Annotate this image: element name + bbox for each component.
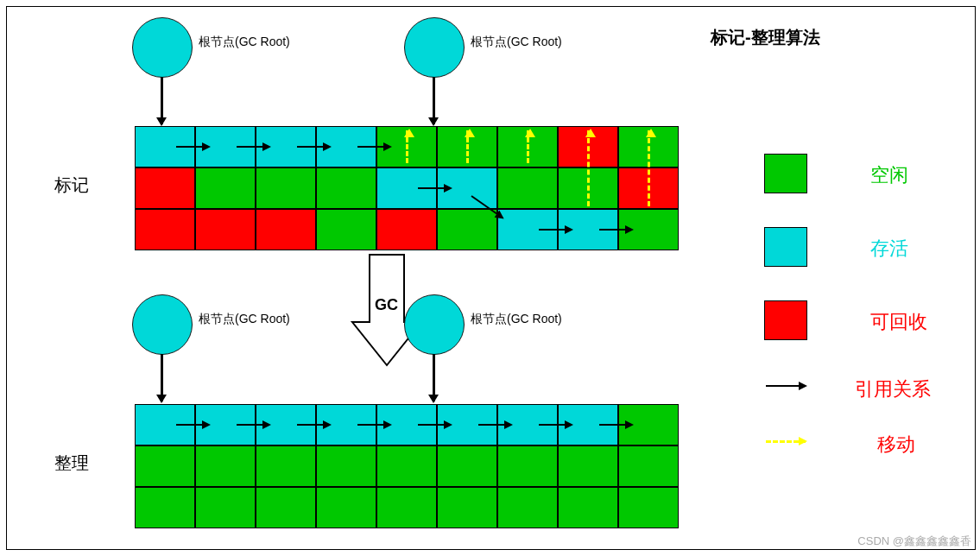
memory-cell (256, 445, 316, 487)
memory-cell (437, 487, 497, 528)
memory-cell (316, 487, 376, 528)
memory-cell (135, 487, 195, 528)
move-arrow (406, 130, 408, 163)
reference-arrow (297, 424, 330, 426)
reference-arrow (418, 424, 451, 426)
reference-arrow (599, 424, 632, 426)
memory-cell (376, 445, 437, 487)
memory-cell (437, 209, 497, 250)
legend-swatch-alive (764, 227, 807, 267)
reference-arrow (539, 424, 572, 426)
memory-cell (376, 209, 437, 250)
memory-cell (135, 445, 195, 487)
move-arrow (466, 130, 469, 163)
legend-swatch-free (764, 154, 807, 193)
reference-arrow (297, 146, 330, 148)
legend-swatch-recycle (764, 300, 807, 340)
reference-arrow (539, 229, 572, 231)
legend-label-free: 空闲 (870, 162, 908, 188)
gc-label: GC (375, 296, 398, 314)
memory-cell (316, 167, 376, 209)
legend-label-move: 移动 (877, 432, 915, 458)
memory-cell (497, 167, 558, 209)
memory-cell (376, 487, 437, 528)
move-arrow (648, 130, 650, 206)
reference-arrow (237, 424, 269, 426)
legend-label-alive: 存活 (870, 236, 908, 262)
memory-cell (316, 445, 376, 487)
memory-cell (256, 487, 316, 528)
root-reference-arrow (433, 354, 435, 401)
gc-root-label: 根节点(GC Root) (199, 312, 290, 327)
move-arrow (527, 130, 529, 163)
gc-root-circle (404, 294, 465, 355)
legend-label-reference: 引用关系 (855, 376, 931, 402)
move-arrow (587, 130, 590, 206)
memory-cell (437, 445, 497, 487)
diagram-container: 标记-整理算法 根节点(GC Root) 根节点(GC Root) 标记 (6, 6, 976, 550)
memory-cell (195, 487, 256, 528)
memory-cell (497, 445, 558, 487)
reference-arrow (176, 146, 209, 148)
phase-label-mark: 标记 (54, 174, 89, 197)
reference-arrow (357, 146, 390, 148)
gc-root-circle (132, 294, 193, 355)
memory-cell (195, 167, 256, 209)
gc-root-label: 根节点(GC Root) (471, 35, 562, 50)
root-reference-arrow (433, 77, 435, 124)
memory-cell (135, 167, 195, 209)
memory-cell (195, 209, 256, 250)
memory-cell (256, 167, 316, 209)
root-reference-arrow (161, 77, 163, 124)
memory-cell (135, 209, 195, 250)
reference-arrow (599, 229, 632, 231)
legend-label-recycle: 可回收 (870, 309, 927, 335)
gc-root-label: 根节点(GC Root) (199, 35, 290, 50)
memory-cell (618, 445, 679, 487)
reference-arrow (418, 187, 451, 189)
gc-root-label: 根节点(GC Root) (471, 312, 562, 327)
memory-cell (316, 209, 376, 250)
memory-cell (497, 487, 558, 528)
memory-cell (558, 445, 618, 487)
watermark: CSDN @鑫鑫鑫鑫鑫香 (857, 534, 971, 549)
reference-arrow (237, 146, 269, 148)
reference-arrow (176, 424, 209, 426)
reference-arrow (357, 424, 390, 426)
gc-root-circle (404, 17, 465, 78)
memory-cell (618, 487, 679, 528)
root-reference-arrow (161, 354, 163, 401)
legend-reference-arrow-icon (766, 385, 806, 387)
memory-cell (195, 445, 256, 487)
phase-label-compact: 整理 (54, 452, 89, 475)
legend-move-arrow-icon (766, 440, 806, 443)
memory-cell (256, 209, 316, 250)
gc-root-circle (132, 17, 193, 78)
reference-arrow (478, 424, 511, 426)
diagram-title: 标记-整理算法 (711, 26, 820, 49)
memory-cell (558, 487, 618, 528)
